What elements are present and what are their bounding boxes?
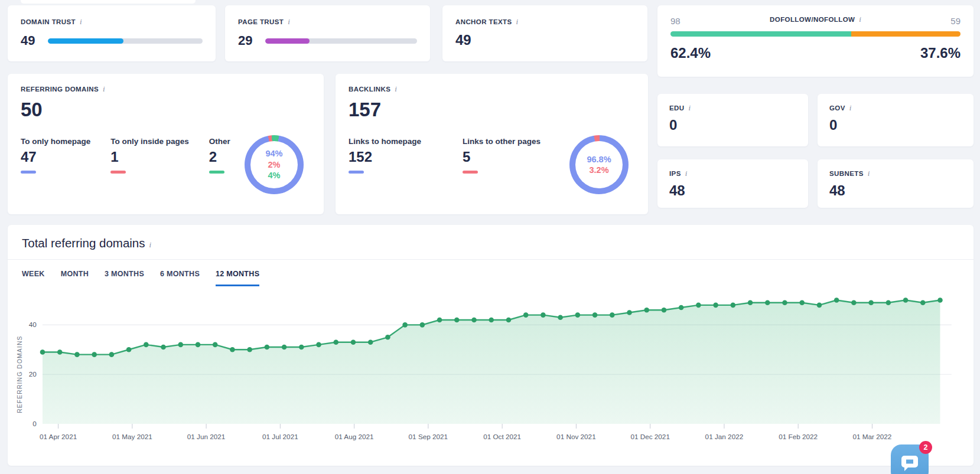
tab-month[interactable]: MONTH [61, 270, 89, 286]
anchor-texts-value: 49 [455, 32, 634, 48]
info-icon[interactable] [395, 84, 397, 94]
svg-text:01 Oct 2021: 01 Oct 2021 [483, 433, 521, 440]
anchor-texts-label: ANCHOR TEXTS [455, 18, 512, 25]
svg-text:0: 0 [32, 420, 37, 427]
dashboard-page: DOMAIN TRUST 49 PAGE TRUST 29 ANCHOR TEX… [0, 0, 980, 474]
svg-text:01 Nov 2021: 01 Nov 2021 [556, 433, 596, 440]
stat-label: To only homepage [21, 137, 90, 146]
stat-to-only-homepage: To only homepage 47 [21, 137, 90, 174]
gov-value: 0 [829, 117, 962, 133]
chart-title: Total referring domains [22, 236, 145, 250]
stat-other: Other 2 [209, 137, 230, 174]
edu-label: EDU [669, 104, 684, 112]
svg-text:01 Jul 2021: 01 Jul 2021 [262, 433, 298, 440]
svg-text:01 Dec 2021: 01 Dec 2021 [630, 433, 670, 440]
donut-label-blue: 94% [265, 149, 282, 158]
domain-trust-bar-fill [48, 38, 123, 44]
svg-text:01 Sep 2021: 01 Sep 2021 [409, 433, 448, 440]
svg-text:01 May 2021: 01 May 2021 [112, 433, 152, 440]
page-trust-value: 29 [238, 33, 258, 48]
dofollow-nofollow-bar [670, 31, 961, 37]
domain-trust-bar [48, 38, 203, 44]
stat-color-bar [463, 171, 478, 174]
gov-card: GOV 0 [818, 94, 974, 146]
stat-color-bar [349, 171, 364, 174]
svg-text:01 Feb 2022: 01 Feb 2022 [779, 433, 818, 440]
info-icon[interactable] [80, 17, 82, 27]
svg-text:01 Jun 2021: 01 Jun 2021 [187, 433, 226, 440]
svg-text:40: 40 [29, 321, 37, 328]
referring-domains-donut: 94% 2% 4% [245, 135, 304, 194]
total-referring-domains-card: Total referring domains WEEK MONTH 3 MON… [8, 225, 974, 466]
stat-label: Links to homepage [349, 137, 421, 146]
stat-value: 5 [463, 149, 541, 165]
chart-period-tabs: WEEK MONTH 3 MONTHS 6 MONTHS 12 MONTHS [8, 270, 974, 286]
chat-unread-badge: 2 [919, 441, 932, 454]
tab-week[interactable]: WEEK [22, 270, 45, 286]
info-icon[interactable] [868, 169, 870, 178]
info-icon[interactable] [688, 103, 691, 113]
tab-6-months[interactable]: 6 MONTHS [160, 270, 200, 286]
chat-widget-button[interactable]: 2 [891, 444, 929, 474]
dofollow-percent: 62.4% [670, 45, 711, 61]
info-icon[interactable] [849, 103, 852, 113]
info-icon[interactable] [859, 15, 861, 24]
backlinks-label: BACKLINKS [349, 86, 390, 93]
backlinks-card: BACKLINKS 157 Links to homepage 152 Link… [336, 74, 648, 214]
svg-text:01 Mar 2022: 01 Mar 2022 [852, 433, 891, 440]
subnets-value: 48 [829, 182, 962, 199]
ips-card: IPS 48 [657, 159, 808, 208]
stat-color-bar [21, 171, 36, 174]
referring-domains-label: REFERRING DOMAINS [21, 86, 99, 93]
info-icon[interactable] [288, 17, 290, 27]
edu-value: 0 [669, 117, 796, 133]
domain-trust-value: 49 [21, 33, 41, 48]
info-icon[interactable] [103, 84, 105, 94]
domain-trust-label: DOMAIN TRUST [21, 18, 76, 25]
edu-card: EDU 0 [657, 94, 808, 146]
top-cutoff-element [21, 0, 196, 4]
donut-label-red: 2% [268, 161, 281, 169]
dofollow-bar-segment [670, 31, 851, 37]
nofollow-count: 59 [950, 16, 961, 26]
info-icon[interactable] [149, 240, 152, 250]
domain-trust-card: DOMAIN TRUST 49 [8, 5, 216, 61]
referring-domains-value: 50 [21, 99, 311, 121]
svg-text:01 Aug 2021: 01 Aug 2021 [335, 433, 374, 440]
page-trust-bar [265, 38, 417, 44]
info-icon[interactable] [685, 169, 688, 178]
dofollow-count: 98 [670, 16, 681, 26]
tab-12-months[interactable]: 12 MONTHS [216, 270, 259, 286]
stat-links-to-homepage: Links to homepage 152 [349, 137, 421, 174]
stat-to-only-inside-pages: To only inside pages 1 [110, 137, 189, 174]
nofollow-percent: 37.6% [920, 45, 961, 61]
info-icon[interactable] [516, 17, 519, 27]
stat-links-to-other-pages: Links to other pages 5 [463, 137, 541, 174]
subnets-card: SUBNETS 48 [818, 159, 974, 208]
backlinks-donut: 96.8% 3.2% [569, 135, 629, 194]
referring-domains-chart: 0204001 Apr 202101 May 202101 Jun 202101… [8, 289, 974, 454]
chat-bubble-icon [900, 455, 919, 472]
nofollow-bar-segment [851, 31, 961, 37]
page-trust-bar-fill [265, 38, 310, 44]
page-trust-card: PAGE TRUST 29 [225, 5, 430, 61]
gov-label: GOV [829, 104, 845, 112]
anchor-texts-card: ANCHOR TEXTS 49 [442, 5, 647, 61]
donut-label-green: 4% [268, 171, 281, 180]
donut-label-blue: 96.8% [587, 155, 611, 164]
backlinks-value: 157 [349, 99, 635, 121]
subnets-label: SUBNETS [829, 170, 864, 177]
svg-text:01 Apr 2021: 01 Apr 2021 [40, 433, 77, 440]
stat-label: Other [209, 137, 230, 146]
stat-value: 2 [209, 149, 230, 165]
stat-label: To only inside pages [110, 137, 189, 146]
stat-label: Links to other pages [463, 137, 541, 146]
tab-3-months[interactable]: 3 MONTHS [105, 270, 144, 286]
stat-color-bar [110, 171, 126, 174]
referring-domains-card: REFERRING DOMAINS 50 To only homepage 47… [8, 74, 324, 214]
ips-value: 48 [669, 182, 796, 199]
donut-label-red: 3.2% [589, 166, 608, 175]
dofollow-nofollow-label: DOFOLLOW/NOFOLLOW [770, 16, 855, 23]
ips-label: IPS [669, 170, 681, 177]
svg-text:20: 20 [29, 370, 37, 378]
